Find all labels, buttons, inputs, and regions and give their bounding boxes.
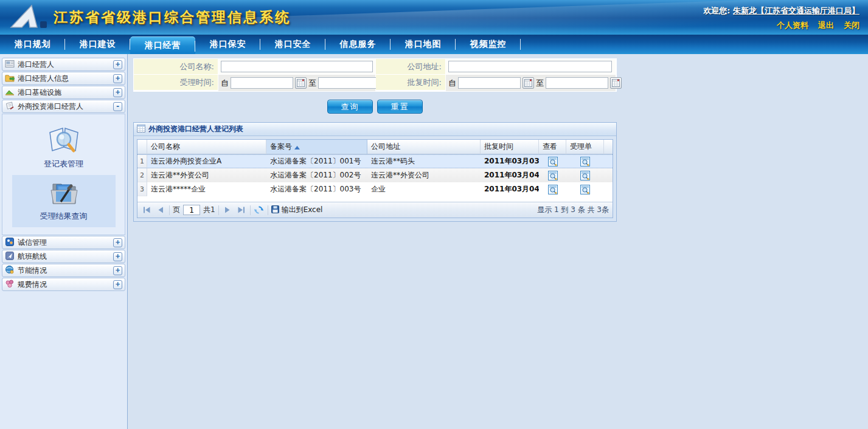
sidebar-item-energy-saving[interactable]: 节能情况 + [2, 264, 125, 277]
sidebar-item-operator-info[interactable]: 港口经营人信息 + [2, 72, 125, 85]
tab-port-safety[interactable]: 港口安全 [260, 35, 325, 54]
page-number-input[interactable] [183, 205, 200, 215]
expand-plus-icon[interactable]: + [113, 60, 122, 69]
column-header-company[interactable]: 公司名称 [147, 140, 266, 154]
cell-address: 连云港**外资公司 [367, 168, 481, 182]
tab-port-operation[interactable]: 港口经营 [130, 36, 195, 54]
sidebar-item-label: 港口经营人 [18, 60, 54, 70]
view-detail-icon[interactable] [539, 168, 566, 182]
sidebar-item-port-operators[interactable]: 港口经营人 + [2, 58, 125, 71]
cell-address: 企业 [367, 182, 481, 196]
credit-icon [5, 237, 15, 249]
export-excel-button[interactable]: 输出到Excel [271, 205, 323, 215]
energy-globe-icon [5, 265, 15, 276]
tab-port-planning[interactable]: 港口规划 [0, 35, 65, 54]
fee-icon [5, 279, 15, 290]
view-receipt-icon[interactable] [566, 182, 604, 196]
record-count-summary: 显示 1 到 3 条 共 3条 [537, 205, 609, 215]
sidebar-expanded-panel: 登记表管理 受理结果查询 [2, 114, 125, 235]
calendar-icon[interactable] [295, 77, 307, 89]
profile-link[interactable]: 个人资料 [777, 20, 808, 31]
expand-plus-icon[interactable]: + [113, 280, 122, 289]
tab-port-construction[interactable]: 港口建设 [65, 35, 130, 54]
row-number: 1 [137, 155, 147, 168]
expand-plus-icon[interactable]: + [113, 252, 122, 261]
accept-time-to-input[interactable] [318, 77, 381, 89]
results-grid: 公司名称 备案号 公司地址 批复时间 查看 受理单 [137, 139, 613, 218]
table-row[interactable]: 1 连云港外商投资企业A 水运港备案〔2011〕001号 连云港**码头 201… [137, 154, 613, 168]
register-book-icon [47, 148, 81, 156]
company-name-input[interactable] [221, 61, 373, 72]
sidebar: 港口经营人 + 港口经营人信息 + 港口基础设施 + [0, 54, 128, 429]
sort-asc-icon [294, 143, 300, 151]
row-number: 3 [137, 182, 147, 196]
welcome-text: 欢迎您: 朱新龙【江苏省交通运输厅港口局】 [703, 5, 859, 16]
accept-time-label: 受理时间: [134, 75, 218, 90]
expand-plus-icon[interactable]: + [113, 88, 122, 97]
first-page-icon[interactable] [141, 205, 152, 216]
calendar-icon[interactable] [610, 77, 622, 89]
sidebar-item-label: 规费情况 [18, 280, 47, 290]
sidebar-item-credit-mgmt[interactable]: 诚信管理 + [2, 236, 125, 249]
next-page-icon[interactable] [222, 205, 233, 216]
tab-info-service[interactable]: 信息服务 [325, 35, 391, 54]
table-row[interactable]: 3 连云港*****企业 水运港备案〔2011〕003号 企业 2011年03月… [137, 182, 613, 196]
prev-page-icon[interactable] [155, 205, 166, 216]
collapse-minus-icon[interactable]: - [113, 102, 122, 111]
query-button[interactable]: 查询 [327, 100, 373, 114]
refresh-icon[interactable] [254, 205, 265, 216]
cell-record-no: 水运港备案〔2011〕003号 [266, 182, 367, 196]
cell-company: 连云港**外资公司 [147, 168, 266, 182]
expand-plus-icon[interactable]: + [113, 266, 122, 275]
sidebar-item-foreign-investors[interactable]: 外商投资港口经营人 - [2, 100, 125, 113]
company-address-input[interactable] [448, 61, 612, 72]
sidebar-item-result-query[interactable]: 受理结果查询 [12, 175, 116, 227]
table-row[interactable]: 2 连云港**外资公司 水运港备案〔2011〕002号 连云港**外资公司 20… [137, 168, 613, 182]
column-header-record-no[interactable]: 备案号 [266, 140, 367, 154]
logout-link[interactable]: 退出 [818, 20, 834, 31]
main-nav: 港口规划 港口建设 港口经营 港口保安 港口安全 信息服务 港口地图 视频监控 [0, 35, 868, 54]
column-header-receipt[interactable]: 受理单 [566, 140, 604, 154]
cell-filler [604, 155, 613, 168]
sidebar-item-label: 港口基础设施 [18, 88, 61, 98]
approve-time-to-input[interactable] [546, 77, 608, 89]
cell-filler [604, 168, 613, 182]
cell-approve-date: 2011年03月04日 [481, 182, 539, 196]
tab-port-map[interactable]: 港口地图 [391, 35, 456, 54]
flight-route-icon [5, 251, 15, 263]
company-address-label: 公司地址: [376, 59, 445, 74]
column-header-address[interactable]: 公司地址 [367, 140, 481, 154]
to-label: 至 [536, 78, 544, 89]
sidebar-item-label: 外商投资港口经营人 [18, 101, 83, 112]
pagination-bar: 页 共1 输出到Excel [137, 202, 613, 218]
sidebar-item-flight-routes[interactable]: 航班航线 + [2, 250, 125, 263]
view-receipt-icon[interactable] [566, 168, 604, 182]
column-header-approve-date[interactable]: 批复时间 [481, 140, 539, 154]
sidebar-item-label: 航班航线 [18, 252, 47, 262]
export-excel-label: 输出到Excel [282, 205, 323, 215]
operator-card-icon [5, 59, 15, 70]
app-logo-icon [10, 4, 50, 32]
sidebar-item-register-table-mgmt[interactable]: 登记表管理 [12, 120, 116, 175]
sidebar-item-fees[interactable]: 规费情况 + [2, 278, 125, 291]
view-receipt-icon[interactable] [566, 155, 604, 168]
panel-title: 外商投资港口经营人登记列表 [148, 124, 243, 134]
column-header-view[interactable]: 查看 [539, 140, 566, 154]
approve-time-from-input[interactable] [458, 77, 521, 89]
reset-button[interactable]: 重置 [377, 100, 423, 114]
close-link[interactable]: 关闭 [844, 20, 859, 31]
view-detail-icon[interactable] [539, 182, 566, 196]
row-number-column-header [137, 140, 147, 154]
accept-time-from-input[interactable] [231, 77, 293, 89]
last-page-icon[interactable] [236, 205, 247, 216]
grid-body-filler [137, 196, 613, 202]
sidebar-big-item-label: 登记表管理 [12, 159, 116, 170]
sidebar-item-infrastructure[interactable]: 港口基础设施 + [2, 86, 125, 99]
expand-plus-icon[interactable]: + [113, 238, 122, 247]
tab-port-security[interactable]: 港口保安 [195, 35, 260, 54]
calendar-icon[interactable] [523, 77, 534, 89]
total-pages-label: 共1 [203, 205, 215, 215]
tab-video-monitor[interactable]: 视频监控 [456, 35, 521, 54]
view-detail-icon[interactable] [539, 155, 566, 168]
expand-plus-icon[interactable]: + [113, 74, 122, 83]
